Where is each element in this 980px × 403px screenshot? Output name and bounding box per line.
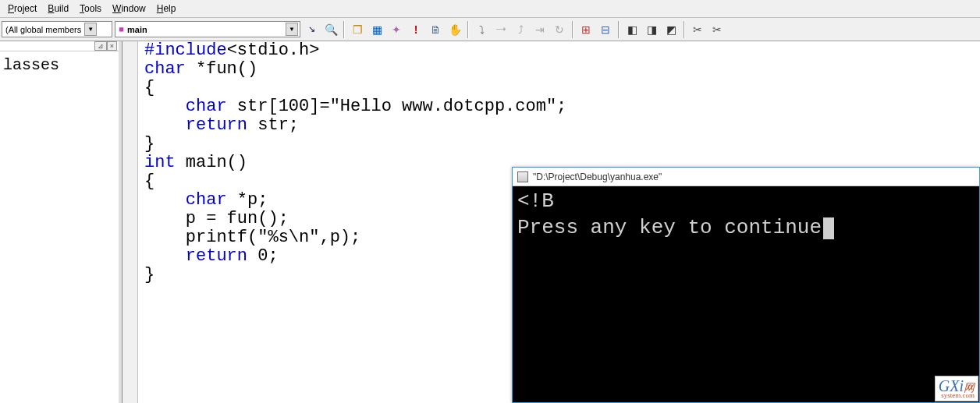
goto-icon[interactable]: ↘ (303, 21, 320, 38)
step-into-icon[interactable]: ⤵ (473, 21, 490, 38)
doc-icon[interactable]: 🗎 (427, 21, 444, 38)
stack-icon[interactable]: ❒ (349, 21, 366, 38)
cursor-icon (823, 217, 834, 239)
restart-icon[interactable]: ↻ (551, 21, 568, 38)
scope-combo[interactable]: (All global members ▼ (2, 21, 112, 37)
win2-icon[interactable]: ◨ (643, 21, 660, 38)
panel-close-icon[interactable]: × (107, 41, 117, 51)
wand-icon[interactable]: ✦ (388, 21, 405, 38)
menu-project[interactable]: PProjectroject (3, 2, 41, 16)
watermark-logo: GXi网 system.com (935, 376, 978, 401)
misc2-icon[interactable]: ✂ (708, 21, 726, 38)
symbol-combo-text: main (127, 25, 282, 34)
search-icon[interactable]: 🔍 (322, 21, 339, 38)
scope-combo-text: (All global members (5, 25, 81, 34)
chevron-down-icon[interactable]: ▼ (84, 23, 97, 36)
menu-help[interactable]: Help (152, 2, 181, 16)
win1-icon[interactable]: ◧ (623, 21, 641, 38)
tree2-icon[interactable]: ⊟ (597, 21, 614, 38)
menu-build[interactable]: Build (43, 2, 73, 16)
chevron-down-icon[interactable]: ▼ (286, 23, 298, 36)
panel-pin-icon[interactable]: ⊿ (94, 41, 107, 51)
classes-label: lasses (0, 51, 119, 79)
win3-icon[interactable]: ◩ (662, 21, 680, 38)
console-title-text: "D:\Project\Debug\yanhua.exe" (533, 171, 662, 182)
console-output: <!B Press any key to continue (513, 186, 979, 402)
misc1-icon[interactable]: ✂ (689, 21, 706, 38)
toolbar: (All global members ▼ ◆ main ▼ ↘ 🔍 ❒ ▦ ✦… (0, 18, 980, 41)
menu-tools[interactable]: Tools (75, 2, 106, 16)
symbol-combo[interactable]: ◆ main ▼ (115, 21, 300, 37)
menu-window[interactable]: Window (108, 2, 151, 16)
grid-icon[interactable]: ▦ (368, 21, 385, 38)
console-titlebar[interactable]: "D:\Project\Debug\yanhua.exe" (513, 168, 979, 186)
menu-bar: PProjectroject Build Tools Window Help (0, 0, 980, 18)
console-window[interactable]: "D:\Project\Debug\yanhua.exe" <!B Press … (512, 167, 980, 403)
hand-icon[interactable]: ✋ (446, 21, 463, 38)
editor-gutter (123, 41, 138, 403)
step-out-icon[interactable]: ⤴ (512, 21, 529, 38)
run-to-icon[interactable]: ⇥ (531, 21, 549, 38)
console-app-icon (517, 171, 528, 182)
step-over-icon[interactable]: ⭢ (492, 21, 510, 38)
exclaim-icon[interactable]: ! (407, 21, 424, 38)
tree-icon[interactable]: ⊞ (577, 21, 595, 38)
class-view-panel: ⊿ × lasses (0, 41, 122, 403)
diamond-icon: ◆ (116, 24, 126, 34)
